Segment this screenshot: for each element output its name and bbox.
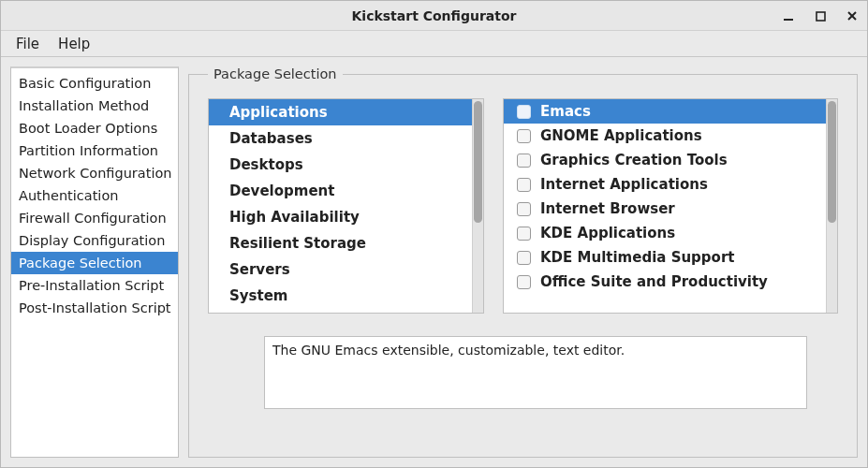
package-list-inner: Emacs GNOME Applications Graphics Creati… (504, 99, 826, 313)
package-item-internet-browser[interactable]: Internet Browser (504, 197, 826, 221)
package-item-kde-applications[interactable]: KDE Applications (504, 221, 826, 245)
checkbox-icon[interactable] (517, 129, 531, 143)
sidebar-item-installation-method[interactable]: Installation Method (11, 95, 178, 117)
checkbox-icon[interactable] (517, 178, 531, 192)
category-item-system[interactable]: System (209, 283, 472, 309)
category-item-desktops[interactable]: Desktops (209, 152, 472, 178)
checkbox-icon[interactable] (517, 154, 531, 168)
sidebar-item-post-installation-script[interactable]: Post-Installation Script (11, 297, 178, 319)
category-item-applications[interactable]: Applications (209, 99, 472, 125)
checkbox-icon[interactable] (517, 251, 531, 265)
group-legend: Package Selection (208, 66, 343, 81)
sidebar-item-display-configuration[interactable]: Display Configuration (11, 229, 178, 252)
checkbox-icon[interactable] (517, 275, 531, 289)
package-list[interactable]: Emacs GNOME Applications Graphics Creati… (503, 98, 838, 314)
sidebar: Basic Configuration Installation Method … (10, 66, 179, 458)
package-item-label: KDE Multimedia Support (540, 249, 734, 266)
sidebar-item-pre-installation-script[interactable]: Pre-Installation Script (11, 274, 178, 297)
package-item-gnome-applications[interactable]: GNOME Applications (504, 124, 826, 148)
package-description: The GNU Emacs extensible, customizable, … (264, 336, 807, 409)
app-window: Kickstart Configurator File Help Basic C… (0, 0, 868, 468)
window-controls (781, 1, 860, 31)
sidebar-item-authentication[interactable]: Authentication (11, 184, 178, 207)
lists-row: Applications Databases Desktops Developm… (208, 98, 838, 314)
category-item-development[interactable]: Development (209, 178, 472, 204)
svg-rect-1 (817, 12, 825, 21)
sidebar-item-network-configuration[interactable]: Network Configuration (11, 162, 178, 184)
package-item-emacs[interactable]: Emacs (504, 99, 826, 124)
package-scrollbar[interactable] (826, 99, 837, 313)
content-area: Basic Configuration Installation Method … (1, 57, 867, 467)
package-item-label: GNOME Applications (540, 127, 702, 144)
checkbox-icon[interactable] (517, 202, 531, 216)
sidebar-item-boot-loader-options[interactable]: Boot Loader Options (11, 117, 178, 139)
window-title: Kickstart Configurator (352, 8, 517, 23)
package-item-graphics-creation-tools[interactable]: Graphics Creation Tools (504, 148, 826, 172)
checkbox-icon[interactable] (517, 105, 531, 119)
category-item-high-availability[interactable]: High Availability (209, 204, 472, 230)
package-item-label: Internet Applications (540, 176, 708, 193)
package-item-kde-multimedia-support[interactable]: KDE Multimedia Support (504, 245, 826, 270)
menu-help[interactable]: Help (49, 33, 99, 55)
package-item-label: KDE Applications (540, 225, 675, 241)
minimize-button[interactable] (781, 8, 796, 23)
category-list-inner: Applications Databases Desktops Developm… (209, 99, 472, 313)
package-item-office-suite[interactable]: Office Suite and Productivity (504, 270, 826, 294)
package-item-internet-applications[interactable]: Internet Applications (504, 172, 826, 197)
titlebar: Kickstart Configurator (1, 1, 867, 31)
category-list[interactable]: Applications Databases Desktops Developm… (208, 98, 484, 314)
category-item-servers[interactable]: Servers (209, 256, 472, 283)
maximize-button[interactable] (813, 8, 828, 23)
package-item-label: Office Suite and Productivity (540, 273, 768, 290)
package-item-label: Internet Browser (540, 200, 675, 217)
menu-file[interactable]: File (7, 33, 49, 55)
category-item-databases[interactable]: Databases (209, 125, 472, 152)
checkbox-icon[interactable] (517, 227, 531, 241)
package-item-label: Emacs (540, 103, 591, 120)
package-selection-group: Package Selection Applications Databases… (188, 66, 858, 458)
package-item-label: Graphics Creation Tools (540, 152, 728, 168)
close-button[interactable] (845, 8, 860, 23)
sidebar-item-partition-information[interactable]: Partition Information (11, 139, 178, 162)
category-item-resilient-storage[interactable]: Resilient Storage (209, 230, 472, 256)
sidebar-item-firewall-configuration[interactable]: Firewall Configuration (11, 207, 178, 229)
category-scrollbar[interactable] (472, 99, 483, 313)
sidebar-item-basic-configuration[interactable]: Basic Configuration (11, 72, 178, 95)
main-panel: Package Selection Applications Databases… (188, 66, 858, 458)
sidebar-item-package-selection[interactable]: Package Selection (11, 252, 178, 274)
menubar: File Help (1, 31, 867, 57)
